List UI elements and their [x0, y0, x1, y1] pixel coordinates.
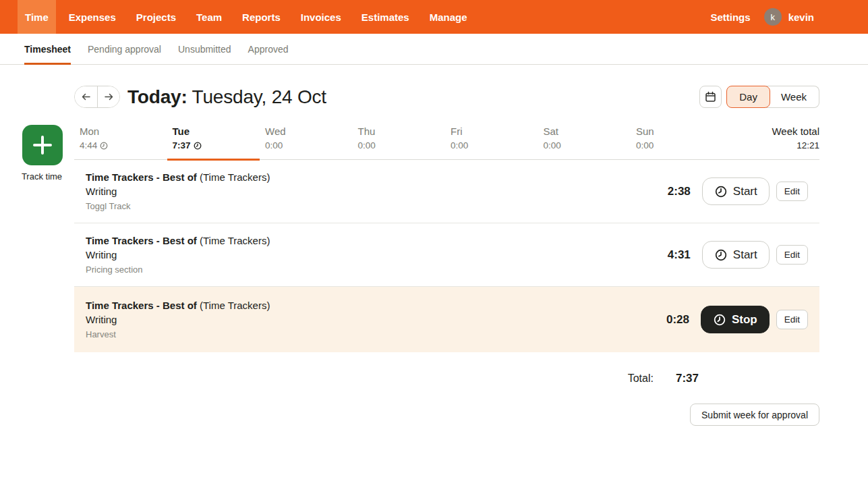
entry-project: Time Trackers - Best of (Time Trackers) [86, 170, 270, 184]
plus-icon [31, 134, 54, 157]
start-timer-button[interactable]: Start [702, 241, 770, 269]
week-total-value: 12:21 [724, 140, 820, 151]
entry-project-name: Time Trackers - Best of [86, 171, 197, 183]
day-total: 0:00 [358, 140, 376, 151]
time-entry-row: Time Trackers - Best of (Time Trackers) … [74, 160, 819, 223]
entry-project: Time Trackers - Best of (Time Trackers) [86, 233, 270, 248]
nav-item-expenses[interactable]: Expenses [61, 0, 123, 34]
page-title: Today: Tuesday, 24 Oct [127, 86, 326, 108]
timer-clock-icon [714, 248, 728, 262]
timer-clock-icon [713, 313, 726, 327]
day-week-toggle: Day Week [726, 86, 819, 108]
nav-item-estimates[interactable]: Estimates [354, 0, 417, 34]
week-total-label: Week total [724, 125, 820, 138]
entry-client-name: (Time Trackers) [197, 171, 270, 183]
day-total: 0:00 [265, 140, 283, 151]
day-col-sat[interactable]: Sat 0:00 [538, 125, 631, 159]
entry-task: Writing [86, 184, 270, 198]
day-total: 0:00 [544, 140, 561, 151]
track-time-button[interactable] [22, 125, 63, 165]
entry-project: Time Trackers - Best of (Time Trackers) [86, 298, 270, 312]
start-timer-label: Start [733, 248, 757, 262]
nav-item-time[interactable]: Time [18, 0, 56, 34]
edit-entry-button[interactable]: Edit [776, 182, 808, 201]
day-col-mon[interactable]: Mon 4:44 [74, 125, 167, 159]
avatar: k [764, 8, 782, 26]
stop-timer-button[interactable]: Stop [701, 306, 770, 333]
entry-notes: Toggl Track [86, 199, 270, 213]
right-arrow-icon [104, 92, 114, 102]
day-total: 0:00 [451, 140, 468, 151]
nav-item-invoices[interactable]: Invoices [293, 0, 349, 34]
day-total: 7:37 [173, 140, 191, 151]
day-col-sun[interactable]: Sun 0:00 [631, 125, 724, 159]
day-col-wed[interactable]: Wed 0:00 [260, 125, 353, 159]
tab-unsubmitted[interactable]: Unsubmitted [178, 34, 231, 64]
day-total: 0:00 [636, 140, 654, 151]
entry-duration: 0:28 [666, 313, 689, 327]
time-entry-row-running: Time Trackers - Best of (Time Trackers) … [74, 287, 819, 352]
day-col-tue[interactable]: Tue 7:37 [167, 125, 260, 159]
tab-pending-approval[interactable]: Pending approval [88, 34, 161, 64]
day-col-thu[interactable]: Thu 0:00 [353, 125, 446, 159]
entry-notes: Harvest [86, 327, 270, 341]
day-name: Wed [265, 125, 353, 138]
clock-icon [194, 142, 202, 150]
stop-timer-label: Stop [732, 313, 757, 327]
submit-week-button[interactable]: Submit week for approval [690, 404, 819, 426]
left-arrow-icon [81, 92, 91, 102]
day-col-fri[interactable]: Fri 0:00 [445, 125, 538, 159]
previous-day-button[interactable] [75, 86, 97, 107]
day-name: Sat [544, 125, 631, 138]
entry-client-name: (Time Trackers) [197, 235, 270, 246]
day-total-row: Total: 7:37 [74, 372, 819, 385]
date-nav-arrows [74, 86, 120, 108]
next-day-button[interactable] [97, 86, 119, 107]
entry-client-name: (Time Trackers) [197, 300, 270, 311]
track-time-label: Track time [21, 171, 63, 182]
entry-task: Writing [86, 248, 270, 262]
top-navigation: Time Expenses Projects Team Reports Invo… [0, 0, 868, 34]
timesheet-tabs: Timesheet Pending approval Unsubmitted A… [0, 34, 868, 65]
day-name: Mon [80, 125, 167, 138]
day-name: Thu [358, 125, 446, 138]
entry-duration: 2:38 [668, 185, 691, 198]
tab-timesheet[interactable]: Timesheet [24, 34, 71, 64]
start-timer-button[interactable]: Start [702, 177, 770, 205]
nav-item-projects[interactable]: Projects [129, 0, 183, 34]
toggle-day-view[interactable]: Day [726, 86, 770, 108]
entry-project-name: Time Trackers - Best of [86, 300, 197, 311]
timer-clock-icon [714, 185, 728, 198]
edit-entry-button[interactable]: Edit [776, 245, 808, 265]
user-menu[interactable]: k kevin [764, 8, 814, 26]
time-entry-row: Time Trackers - Best of (Time Trackers) … [74, 223, 819, 287]
day-name: Sun [636, 125, 724, 138]
entry-duration: 4:31 [668, 248, 691, 262]
time-entry-list: Time Trackers - Best of (Time Trackers) … [74, 160, 819, 352]
entry-notes: Pricing section [86, 262, 270, 277]
day-total: 4:44 [80, 140, 97, 151]
calendar-picker-button[interactable] [699, 86, 722, 108]
page-title-prefix: Today: [127, 86, 187, 107]
week-total: Week total 12:21 [724, 125, 820, 159]
tab-approved[interactable]: Approved [248, 34, 289, 64]
edit-entry-button[interactable]: Edit [776, 310, 808, 329]
total-value: 7:37 [676, 372, 699, 385]
calendar-icon [705, 91, 716, 103]
main-menu: Time Expenses Projects Team Reports Invo… [18, 0, 475, 34]
settings-link[interactable]: Settings [710, 11, 750, 23]
clock-icon [100, 142, 108, 150]
entry-task: Writing [86, 312, 270, 327]
toggle-week-view[interactable]: Week [766, 86, 819, 108]
user-name: kevin [788, 11, 814, 23]
day-name: Fri [451, 125, 538, 138]
start-timer-label: Start [733, 185, 757, 198]
total-label: Total: [628, 372, 654, 385]
day-name: Tue [173, 125, 260, 138]
week-day-strip: Mon 4:44 Tue 7:37 Wed 0:00 Thu 0:00 [74, 125, 819, 160]
nav-item-team[interactable]: Team [189, 0, 229, 34]
page-title-date: Tuesday, 24 Oct [192, 86, 326, 107]
nav-item-manage[interactable]: Manage [422, 0, 475, 34]
entry-project-name: Time Trackers - Best of [86, 235, 197, 246]
nav-item-reports[interactable]: Reports [235, 0, 288, 34]
